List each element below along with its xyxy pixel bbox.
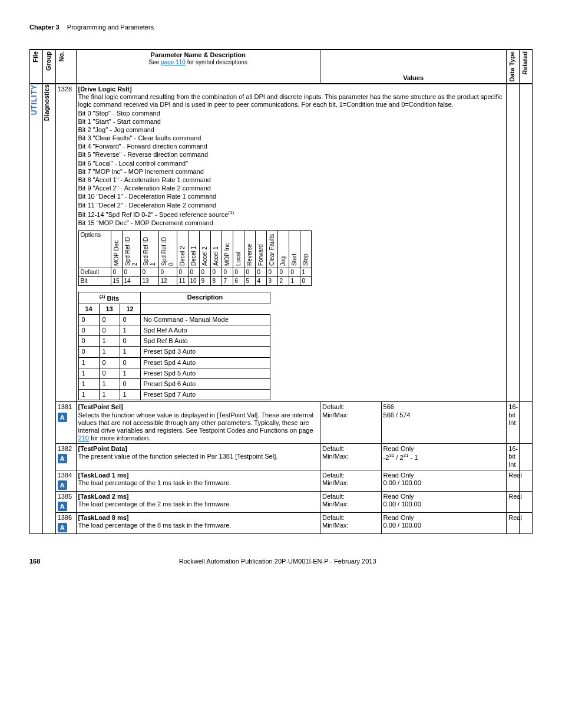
page-number: 168 — [29, 558, 40, 565]
param-1328-desc: The final logic command resulting from t… — [78, 93, 505, 108]
a-icon: A — [58, 523, 67, 532]
publication-info: Rockwell Automation Publication 20P-UM00… — [179, 558, 376, 565]
param-1328-bitlist: Bit 0 "Stop" - Stop command Bit 1 "Start… — [78, 110, 505, 227]
param-row-1328: UTILITY Diagnostics 1328 [Drive Logic Rs… — [30, 84, 533, 402]
page-110-link[interactable]: page 110 — [161, 59, 186, 65]
col-related: Related — [521, 51, 529, 75]
param-1328-name: [Drive Logic Rslt] — [78, 85, 505, 93]
param-no-cell: 1381 A — [55, 402, 76, 444]
param-1328-related — [520, 84, 533, 402]
param-1381-desc-cell: [TestPoint Sel] Selects the function who… — [76, 402, 320, 444]
a-icon: A — [58, 480, 67, 490]
chapter-label: Chapter 3 — [29, 24, 59, 31]
a-icon: A — [58, 502, 67, 511]
col-param-desc: Parameter Name & Description See page 11… — [76, 50, 320, 84]
page-header: Chapter 3 Programming and Parameters — [29, 24, 533, 31]
file-utility: UTILITY — [30, 84, 38, 115]
col-group: Group — [45, 51, 52, 71]
col-values: Values — [320, 50, 507, 84]
col-no: No. — [58, 51, 65, 62]
group-diagnostics: Diagnostics — [43, 84, 51, 121]
col-datatype: Data Type — [508, 51, 516, 82]
param-1381-values: 566 566 / 574 — [381, 402, 507, 444]
parameter-table-container: File Group No. Parameter Name & Descript… — [29, 49, 533, 534]
param-row-1381: 1381 A [TestPoint Sel] Selects the funct… — [30, 402, 533, 444]
a-icon: A — [58, 413, 67, 422]
parameter-table: File Group No. Parameter Name & Descript… — [29, 50, 533, 534]
param-no: 1328 — [55, 84, 76, 402]
param-row-1385: 1385 A [TaskLoad 2 ms] The load percenta… — [30, 492, 533, 513]
options-bit-row: Bit 15141312 111098 7654 3210 — [78, 276, 311, 285]
param-1381-value-labels: Default: Min/Max: — [320, 402, 382, 444]
param-row-1384: 1384 A [TaskLoad 1 ms] The load percenta… — [30, 470, 533, 491]
param-row-1386: 1386 A [TaskLoad 8 ms] The load percenta… — [30, 513, 533, 534]
page-210-link[interactable]: 210 — [78, 434, 89, 442]
param-row-1382: 1382 A [TestPoint Data] The present valu… — [30, 444, 533, 470]
a-icon: A — [58, 454, 67, 463]
param-1328-body: [Drive Logic Rslt] The final logic comma… — [76, 84, 507, 402]
options-default-row: Default 0000 0000 0000 0001 — [78, 268, 311, 276]
options-table: Options MOP Dec Spd Ref ID 2 Spd Ref ID … — [78, 230, 312, 286]
section-label: Programming and Parameters — [67, 24, 154, 31]
col-file: File — [32, 51, 39, 62]
page-footer: 168 Rockwell Automation Publication 20P-… — [29, 558, 533, 565]
bits-description-table: (1) Bits Description 14 13 12 000No Comm… — [78, 292, 270, 401]
table-header-row: File Group No. Parameter Name & Descript… — [30, 50, 533, 84]
param-1328-dtype — [507, 84, 520, 402]
param-1381-dtype: 16-bit Int — [507, 402, 520, 444]
